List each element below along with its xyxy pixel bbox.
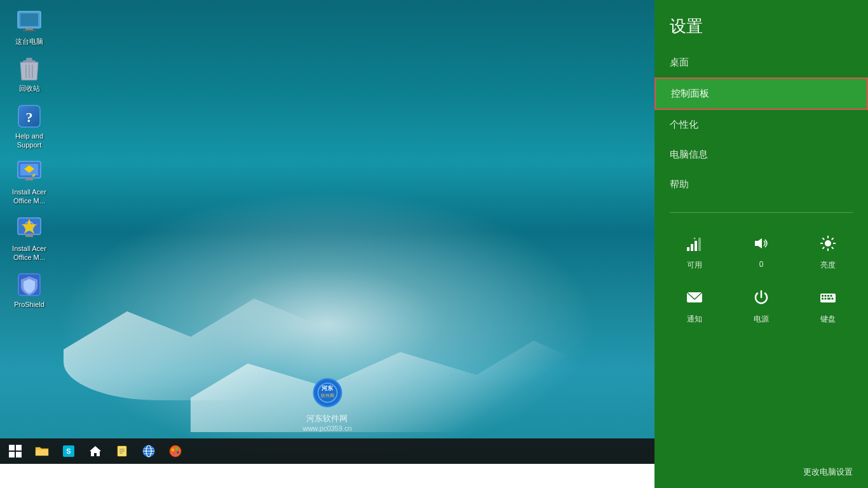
svg-rect-1 bbox=[20, 13, 38, 26]
install-acer-2-icon-img bbox=[17, 216, 42, 241]
taskbar-store[interactable]: S bbox=[56, 440, 81, 463]
svg-rect-64 bbox=[827, 298, 831, 300]
taskbar-file-explorer[interactable] bbox=[29, 440, 55, 463]
settings-item-control-panel[interactable]: 控制面板 bbox=[654, 78, 868, 110]
brightness-label: 亮度 bbox=[820, 260, 836, 271]
svg-rect-41 bbox=[687, 247, 689, 251]
desktop: 这台电脑 回收站 bbox=[0, 0, 654, 464]
icon-recycle-bin[interactable]: 回收站 bbox=[6, 53, 52, 95]
windows-logo-icon bbox=[9, 445, 22, 458]
svg-rect-59 bbox=[825, 295, 827, 297]
signal-label: 可用 bbox=[687, 260, 702, 271]
svg-text:?: ? bbox=[26, 109, 33, 125]
quick-item-keyboard[interactable]: 键盘 bbox=[795, 280, 862, 334]
svg-rect-62 bbox=[822, 298, 824, 300]
power-label: 电源 bbox=[754, 314, 769, 325]
svg-point-39 bbox=[177, 451, 179, 454]
svg-point-47 bbox=[825, 240, 831, 247]
brightness-icon bbox=[819, 234, 837, 256]
svg-rect-43 bbox=[695, 241, 697, 251]
keyboard-label: 键盘 bbox=[820, 314, 836, 325]
settings-footer: 更改电脑设置 bbox=[654, 456, 868, 488]
svg-rect-15 bbox=[25, 178, 33, 180]
svg-point-38 bbox=[175, 447, 178, 450]
icon-install-acer-1[interactable]: Install Acer Office M... bbox=[6, 157, 52, 208]
quick-item-power[interactable]: 电源 bbox=[728, 280, 794, 334]
settings-panel: 设置 桌面 控制面板 个性化 电脑信息 帮助 bbox=[654, 0, 868, 488]
svg-rect-2 bbox=[25, 28, 33, 30]
svg-line-55 bbox=[823, 247, 825, 249]
signal-icon: ✦ bbox=[686, 234, 703, 256]
this-pc-icon-img bbox=[17, 9, 42, 34]
taskbar-notes[interactable] bbox=[109, 440, 135, 463]
home-icon bbox=[89, 445, 102, 458]
help-support-label: Help andSupport bbox=[15, 132, 43, 150]
quick-settings-grid: ✦ 可用 0 bbox=[654, 226, 868, 334]
svg-rect-3 bbox=[23, 30, 36, 31]
svg-line-53 bbox=[832, 247, 834, 249]
icon-install-acer-2[interactable]: Install Acer Office M... bbox=[6, 214, 52, 265]
svg-rect-42 bbox=[691, 244, 693, 251]
svg-line-52 bbox=[823, 238, 825, 240]
svg-point-40 bbox=[173, 452, 175, 455]
icon-help-support[interactable]: ? Help andSupport bbox=[6, 101, 52, 152]
this-pc-label: 这台电脑 bbox=[15, 37, 43, 46]
svg-line-54 bbox=[832, 238, 834, 240]
svg-point-37 bbox=[172, 449, 174, 451]
ie-icon bbox=[142, 444, 156, 458]
icon-proshield[interactable]: ProShield bbox=[6, 269, 52, 311]
recycle-bin-icon-img bbox=[17, 56, 42, 81]
icon-this-pc[interactable]: 这台电脑 bbox=[6, 6, 52, 48]
svg-rect-63 bbox=[825, 298, 827, 300]
keyboard-icon bbox=[819, 288, 837, 310]
start-button[interactable] bbox=[3, 440, 28, 463]
quick-item-volume[interactable]: 0 bbox=[728, 226, 794, 280]
settings-item-help[interactable]: 帮助 bbox=[654, 170, 868, 200]
settings-divider bbox=[670, 212, 853, 213]
notes-icon bbox=[116, 445, 128, 458]
help-support-icon-img: ? bbox=[17, 104, 42, 129]
svg-rect-19 bbox=[25, 234, 33, 237]
svg-rect-61 bbox=[831, 295, 832, 297]
taskbar-ie[interactable] bbox=[136, 440, 161, 463]
settings-item-desktop[interactable]: 桌面 bbox=[654, 48, 868, 78]
proshield-icon-img bbox=[17, 272, 42, 297]
paint-icon bbox=[168, 444, 182, 458]
svg-rect-5 bbox=[26, 58, 32, 61]
svg-text:S: S bbox=[66, 447, 71, 455]
settings-item-pc-info[interactable]: 电脑信息 bbox=[654, 140, 868, 170]
settings-menu: 桌面 控制面板 个性化 电脑信息 帮助 bbox=[654, 48, 868, 200]
notification-label: 通知 bbox=[687, 314, 702, 325]
quick-item-notification[interactable]: 通知 bbox=[661, 280, 728, 334]
svg-rect-60 bbox=[827, 295, 829, 297]
svg-rect-58 bbox=[822, 295, 824, 297]
volume-icon bbox=[752, 234, 770, 256]
svg-rect-65 bbox=[832, 298, 834, 300]
recycle-bin-label: 回收站 bbox=[19, 84, 40, 93]
volume-label: 0 bbox=[759, 260, 764, 269]
change-pc-settings-button[interactable]: 更改电脑设置 bbox=[670, 466, 853, 478]
power-icon bbox=[752, 288, 770, 310]
install-acer-2-label: Install Acer Office M... bbox=[9, 244, 50, 262]
proshield-label: ProShield bbox=[14, 300, 44, 309]
quick-item-signal[interactable]: ✦ 可用 bbox=[661, 226, 728, 280]
svg-text:✦: ✦ bbox=[693, 236, 696, 240]
taskbar: S bbox=[0, 438, 654, 464]
taskbar-paint[interactable] bbox=[163, 440, 188, 463]
notification-icon bbox=[686, 288, 703, 310]
store-icon: S bbox=[62, 444, 76, 458]
taskbar-home[interactable] bbox=[83, 440, 108, 463]
settings-item-personalization[interactable]: 个性化 bbox=[654, 110, 868, 140]
desktop-icons: 这台电脑 回收站 bbox=[6, 6, 52, 312]
svg-point-36 bbox=[170, 445, 181, 457]
quick-item-brightness[interactable]: 亮度 bbox=[795, 226, 862, 280]
settings-title: 设置 bbox=[654, 0, 868, 48]
install-acer-1-icon-img bbox=[17, 159, 42, 185]
svg-marker-46 bbox=[755, 238, 762, 248]
install-acer-1-label: Install Acer Office M... bbox=[9, 187, 50, 206]
folder-icon bbox=[35, 445, 49, 457]
svg-rect-44 bbox=[698, 238, 701, 251]
